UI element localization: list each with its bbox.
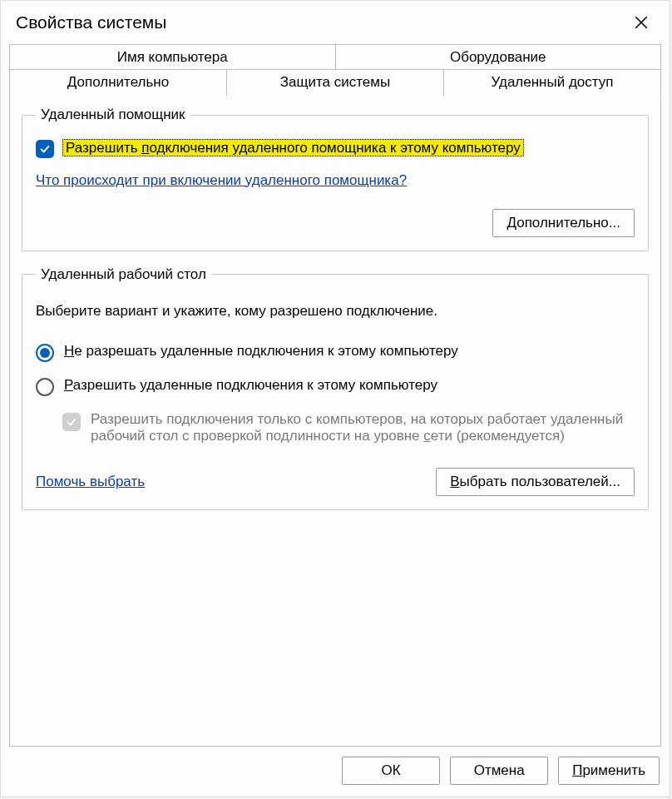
remote-desktop-legend: Удаленный рабочий стол [36,266,211,283]
close-icon [634,15,649,30]
radio-deny-label: Не разрешать удаленные подключения к это… [64,343,458,360]
allow-remote-assistance-label: Разрешить подключения удаленного помощни… [62,139,524,156]
tabs-row-1: Имя компьютера Оборудование [9,44,661,70]
radio-allow[interactable] [36,378,54,396]
radio-allow-row: Разрешить удаленные подключения к этому … [36,377,635,396]
ok-button[interactable]: ОК [342,757,440,785]
titlebar: Свойства системы [1,1,670,44]
tab-advanced[interactable]: Дополнительно [9,69,227,96]
allow-remote-assistance-label-wrap: Разрешить подключения удаленного помощни… [62,138,635,159]
tab-remote[interactable]: Удаленный доступ [444,69,661,96]
tab-computer-name[interactable]: Имя компьютера [9,44,336,70]
dialog-buttons: ОК Отмена Применить [1,747,670,797]
tabs-row-2: Дополнительно Защита системы Удаленный д… [9,69,661,96]
remote-assistance-btn-row: Дополнительно... [36,209,635,237]
cancel-button[interactable]: Отмена [450,757,548,785]
radio-deny-row: Не разрешать удаленные подключения к это… [36,343,635,362]
tab-label: Удаленный доступ [492,74,614,90]
close-button[interactable] [625,9,658,36]
radio-deny[interactable] [36,344,54,362]
tab-label: Оборудование [450,49,546,65]
nla-label: Разрешить подключения только с компьютер… [91,411,635,444]
select-users-button[interactable]: Выбрать пользователей... [436,468,635,496]
nla-checkbox [62,413,81,431]
remote-assistance-legend: Удаленный помощник [36,107,190,123]
system-properties-window: Свойства системы Имя компьютера Оборудов… [0,0,670,797]
tab-label: Дополнительно [67,74,169,90]
tab-panel-remote: Удаленный помощник Разрешить подключения… [9,95,661,747]
apply-button[interactable]: Применить [558,757,660,785]
allow-remote-assistance-row: Разрешить подключения удаленного помощни… [36,138,635,159]
window-title: Свойства системы [16,12,166,32]
tab-hardware[interactable]: Оборудование [336,44,662,70]
remote-desktop-instruction: Выберите вариант и укажите, кому разреше… [36,303,635,320]
nla-row: Разрешить подключения только с компьютер… [62,411,635,444]
tab-label: Имя компьютера [117,49,228,65]
help-choose-link[interactable]: Помочь выбрать [36,474,145,490]
content-area: Имя компьютера Оборудование Дополнительн… [1,44,670,747]
remote-assistance-group: Удаленный помощник Разрешить подключения… [22,107,649,251]
check-icon [66,416,77,428]
remote-desktop-group: Удаленный рабочий стол Выберите вариант … [22,266,649,510]
remote-assistance-advanced-button[interactable]: Дополнительно... [492,209,635,237]
tab-label: Защита системы [280,74,390,90]
check-icon [39,143,51,155]
tab-system-protection[interactable]: Защита системы [227,69,444,96]
allow-remote-assistance-checkbox[interactable] [36,140,54,158]
radio-allow-label: Разрешить удаленные подключения к этому … [64,377,437,394]
remote-desktop-bottom-row: Помочь выбрать Выбрать пользователей... [36,468,635,496]
remote-assistance-help-link[interactable]: Что происходит при включении удаленного … [36,172,407,189]
